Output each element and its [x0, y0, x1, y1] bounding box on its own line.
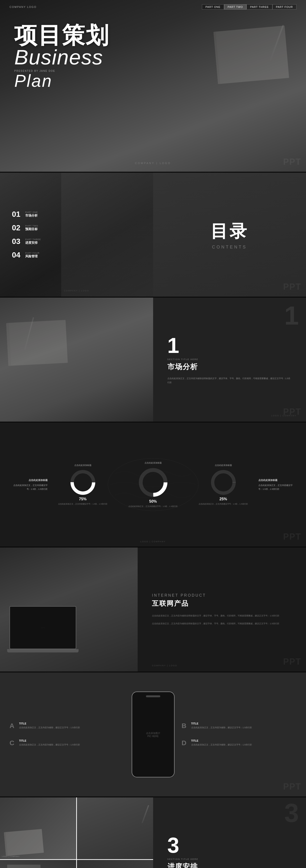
section1-notebook: [6, 320, 68, 366]
phone-title-b: TITLE: [191, 722, 252, 725]
phone-item-c: C TITLE 点击此处添加正文，正文内容为辅助，建议正文字号：1.5倍行距: [9, 739, 125, 747]
p1-label: LOGO | COMPANY: [0, 854, 22, 859]
phone-body-d: 点击此处添加正文，正文内容为辅助，建议正文字号：1.5倍行距: [191, 743, 252, 747]
pie3-chart: [210, 469, 236, 496]
pies-watermark: PPT: [283, 532, 301, 542]
product-watermark: PPT: [283, 657, 301, 667]
p4-overlay: [77, 860, 153, 868]
phone-title-d: TITLE: [191, 739, 252, 742]
toc-right-panel: 目录 CONTENTS PPT: [153, 173, 306, 297]
product-title-cn: 互联网产品: [152, 599, 292, 608]
toc-part-label-3: PART THREE: [25, 238, 41, 241]
toc-title-english: CONTENTS: [210, 245, 249, 250]
pies-left-text: 点击此处添加标题 点击此处添加正文，正文内容建议字号：1.5倍，1.5倍行距: [9, 478, 47, 491]
progress-photo-grid: LOGO | COMPANY: [0, 798, 153, 868]
toc-part-name-4: 风险管理: [25, 254, 39, 258]
cover-navigation: COMPANY LOGO PART ONE PART TWO PART THRE…: [0, 0, 306, 9]
toc-num-3: 03: [12, 237, 22, 246]
nav-part-two[interactable]: PART TWO: [224, 4, 247, 9]
toc-part-label-2: PART TWO: [25, 225, 38, 227]
phone-item-d: D TITLE 点击此处添加正文，正文内容为辅助，建议正文字号：1.5倍行距: [182, 739, 297, 747]
phone-text-c: TITLE 点击此处添加正文，正文内容为辅助，建议正文字号：1.5倍行距: [19, 739, 80, 747]
toc-item-1: 01 PART ONE 市场分析: [12, 210, 141, 219]
section1-label: SECTION TITLE HERE: [167, 358, 292, 361]
cover-title-business: Business: [14, 47, 292, 68]
section1-title: 市场分析: [167, 362, 292, 372]
toc-title-block: 目录 CONTENTS: [210, 220, 249, 250]
nav-part-three[interactable]: PART THREE: [246, 4, 272, 9]
phone-screen-content: 点击添加图片PIC HERE: [141, 727, 165, 742]
phone-text-a: TITLE 点击此处添加正文，正文内容为辅助，建议正文字号：1.5倍行距: [19, 722, 80, 730]
nav-links: PART ONE PART TWO PART THREE PART FOUR: [202, 4, 297, 9]
product-body1: 点击此处添加正文，正文内容为辅助说明标题的文字，建议字体、字号、颜色、行距相同，…: [152, 614, 292, 618]
svg-point-5: [213, 472, 234, 493]
pie3-label-top: 点击此处添加标题: [215, 464, 232, 467]
section1-right: 1 1 SECTION TITLE HERE 市场分析 点击此处添加正文，正文内…: [153, 298, 306, 422]
phone-watermark: PPT: [283, 782, 301, 792]
progress-photo-2: [77, 798, 153, 859]
slide-section1: 1 1 SECTION TITLE HERE 市场分析 点击此处添加正文，正文内…: [0, 298, 306, 422]
toc-num-1: 01: [12, 210, 22, 219]
laptop-screen: · · ·: [9, 606, 76, 649]
section1-logo: LOGO | COMPANY: [271, 414, 297, 417]
pies-right-text: 点击此处添加标题 点击此处添加正文，正文内容建议字号：1.5倍，1.5倍行距: [259, 478, 297, 491]
pie1-label-bottom: 点击此处添加正文，正文内容建议字号：1.5倍，1.5倍行距: [58, 503, 107, 505]
toc-left-panel: 01 PART ONE 市场分析 02 PART TWO 预期目标 03 PAR…: [0, 173, 153, 297]
progress-photo-1: LOGO | COMPANY: [0, 798, 76, 859]
cover-logo: COMPANY LOGO: [9, 5, 36, 8]
toc-items-list: 01 PART ONE 市场分析 02 PART TWO 预期目标 03 PAR…: [12, 210, 141, 259]
phone-title-a: TITLE: [19, 722, 80, 725]
toc-num-4: 04: [12, 251, 22, 259]
p3-notebook: [7, 865, 40, 868]
toc-part-name-2: 预期目标: [25, 227, 38, 231]
pie3-pct: 25%: [219, 497, 227, 501]
section3-bg-num: 3: [284, 800, 299, 826]
pies-right-block: 点击此处添加标题 点击此处添加正文，正文内容建议字号：1.5倍，1.5倍行距: [259, 478, 297, 491]
cover-title-chinese: 项目策划: [14, 24, 292, 47]
phone-mockup: 点击添加图片PIC HERE: [132, 691, 175, 777]
phone-body-c: 点击此处添加正文，正文内容为辅助，建议正文字号：1.5倍行距: [19, 743, 80, 747]
toc-part-name-1: 市场分析: [25, 213, 38, 218]
phone-letter-c: C: [9, 739, 16, 747]
phone-left-items: A TITLE 点击此处添加正文，正文内容为辅助，建议正文字号：1.5倍行距 C…: [9, 722, 125, 747]
phone-speaker: [146, 695, 160, 697]
toc-part-label-1: PART ONE: [25, 211, 38, 213]
toc-num-2: 02: [12, 223, 22, 232]
slide-toc: 01 PART ONE 市场分析 02 PART TWO 预期目标 03 PAR…: [0, 173, 306, 297]
section3-right: 3 3 SECTION TITLE HERE 进度安排 点击此处添加正文，正文内…: [153, 798, 306, 868]
section1-body: 点击此处添加正文，正文内容为辅助说明标题的文字，建议字体、字号、颜色、行距相同，…: [167, 376, 292, 384]
product-left: · · ·: [0, 548, 138, 672]
p1-notebook: [4, 829, 44, 856]
phone-body-b: 点击此处添加正文，正文内容为辅助，建议正文字号：1.5倍行距: [191, 726, 252, 730]
laptop-base: [7, 649, 78, 652]
phone-right-items: B TITLE 点击此处添加正文，正文内容为辅助，建议正文字号：1.5倍行距 D…: [182, 722, 297, 747]
slide-phone: A TITLE 点击此处添加正文，正文内容为辅助，建议正文字号：1.5倍行距 C…: [0, 673, 306, 797]
phone-title-c: TITLE: [19, 739, 80, 742]
pie-left-title: 点击此处添加标题: [9, 478, 47, 482]
phone-text-d: TITLE 点击此处添加正文，正文内容为辅助，建议正文字号：1.5倍行距: [191, 739, 252, 747]
nav-part-four[interactable]: PART FOUR: [272, 4, 297, 9]
toc-item-3: 03 PART THREE 进度安排: [12, 237, 141, 246]
pie3-label-bottom: 点击此处添加正文，正文内容建议字号：1.5倍，1.5倍行距: [199, 503, 248, 505]
section1-left: [0, 298, 153, 422]
phone-letter-b: B: [182, 722, 189, 730]
cover-title-plan: Plan: [14, 72, 292, 89]
pie1-chart: [70, 469, 96, 496]
phone-text-b: TITLE 点击此处添加正文，正文内容为辅助，建议正文字号：1.5倍行距: [191, 722, 252, 730]
toc-title-chinese: 目录: [210, 220, 249, 243]
p2-pen: [141, 805, 149, 824]
progress-photo-4: [77, 860, 153, 868]
toc-item-4: 04 PART FOUR 风险管理: [12, 251, 141, 259]
pie-right-body: 点击此处添加正文，正文内容建议字号：1.5倍，1.5倍行距: [259, 484, 297, 491]
world-map-bg: [105, 455, 201, 514]
section3-title: 进度安排: [167, 862, 292, 868]
section1-number: 1: [167, 335, 292, 356]
product-logo: COMPANY | LOGO: [152, 664, 177, 667]
pies-left-block: 点击此处添加标题 点击此处添加正文，正文内容建议字号：1.5倍，1.5倍行距: [9, 478, 47, 491]
laptop-sim: · · ·: [9, 606, 78, 652]
pie-left-body: 点击此处添加正文，正文内容建议字号：1.5倍，1.5倍行距: [9, 484, 47, 491]
section3-label: SECTION TITLE HERE: [167, 858, 292, 860]
progress-photo-3: [0, 860, 76, 868]
nav-part-one[interactable]: PART ONE: [202, 4, 224, 9]
laptop-screen-text: · · ·: [41, 626, 44, 629]
